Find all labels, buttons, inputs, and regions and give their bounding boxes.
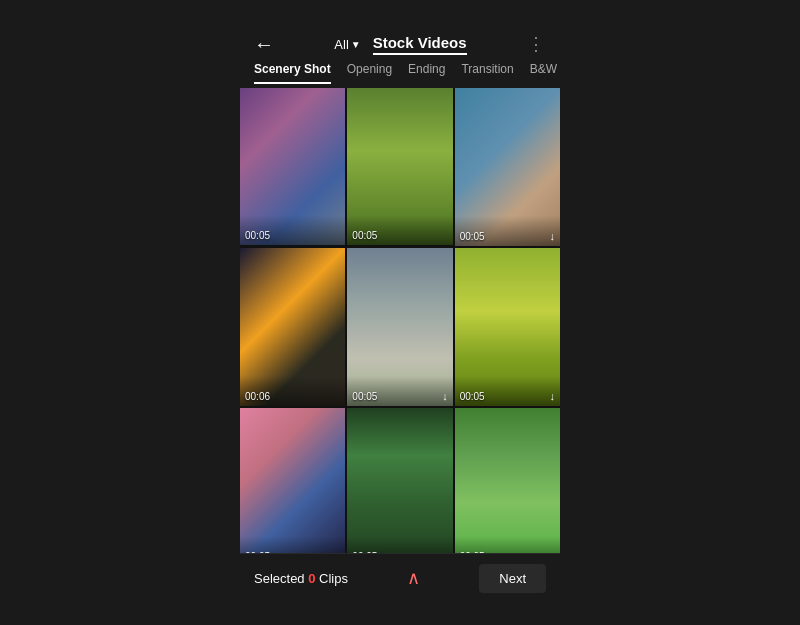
video-duration: 00:05	[460, 231, 485, 242]
collapse-panel-button[interactable]: ∧	[407, 567, 420, 589]
video-duration: 00:05	[245, 551, 270, 553]
tab-opening[interactable]: Opening	[347, 62, 392, 84]
header-center: All▼ Stock Videos	[274, 34, 527, 55]
selected-suffix: Clips	[315, 571, 348, 586]
filter-button[interactable]: All▼	[334, 37, 360, 52]
video-item[interactable]: 00:05	[240, 88, 345, 246]
back-button[interactable]: ←	[254, 33, 274, 56]
video-grid-container[interactable]: 00:0500:0500:05↓00:0600:05↓00:05↓00:05↓0…	[240, 88, 560, 553]
video-item[interactable]: 00:05↓	[347, 248, 452, 406]
download-icon[interactable]: ↓	[550, 390, 556, 402]
video-duration: 00:06	[245, 391, 270, 402]
selected-prefix: Selected	[254, 571, 308, 586]
video-duration: 00:05	[460, 391, 485, 402]
download-icon[interactable]: ↓	[442, 550, 448, 553]
video-item[interactable]: 00:05↓	[455, 88, 560, 246]
video-item[interactable]: 00:05↓	[347, 408, 452, 553]
video-thumbnail	[455, 408, 560, 553]
page-title: Stock Videos	[373, 34, 467, 55]
video-item[interactable]: 00:05↓	[455, 248, 560, 406]
video-item[interactable]: 00:05↓	[240, 408, 345, 553]
tabs-bar: Scenery Shot Opening Ending Transition B…	[240, 62, 560, 84]
video-item[interactable]: 00:05	[347, 88, 452, 246]
video-item[interactable]: 00:06	[240, 248, 345, 406]
header: ← All▼ Stock Videos ⋮	[240, 23, 560, 62]
download-icon[interactable]: ↓	[550, 230, 556, 242]
video-thumbnail	[347, 408, 452, 553]
more-options-icon[interactable]: ⋮	[527, 33, 546, 55]
download-icon[interactable]: ↓	[335, 550, 341, 553]
video-thumbnail	[240, 408, 345, 553]
video-duration: 00:05	[352, 230, 377, 241]
video-duration: 00:05	[352, 551, 377, 553]
video-duration: 00:05	[460, 551, 485, 553]
video-item[interactable]: 00:05↓	[455, 408, 560, 553]
filter-arrow-icon: ▼	[351, 39, 361, 50]
bottom-bar: Selected 0 Clips ∧ Next	[240, 553, 560, 603]
video-duration: 00:05	[245, 230, 270, 241]
download-icon[interactable]: ↓	[550, 550, 556, 553]
video-grid: 00:0500:0500:05↓00:0600:05↓00:05↓00:05↓0…	[240, 88, 560, 553]
video-duration: 00:05	[352, 391, 377, 402]
tab-ending[interactable]: Ending	[408, 62, 445, 84]
tab-bw[interactable]: B&W	[530, 62, 557, 84]
selected-clips-text: Selected 0 Clips	[254, 571, 348, 586]
download-icon[interactable]: ↓	[442, 390, 448, 402]
tab-scenery-shot[interactable]: Scenery Shot	[254, 62, 331, 84]
next-button[interactable]: Next	[479, 564, 546, 593]
tab-transition[interactable]: Transition	[461, 62, 513, 84]
phone-container: ← All▼ Stock Videos ⋮ Scenery Shot Openi…	[240, 23, 560, 603]
filter-label: All	[334, 37, 348, 52]
